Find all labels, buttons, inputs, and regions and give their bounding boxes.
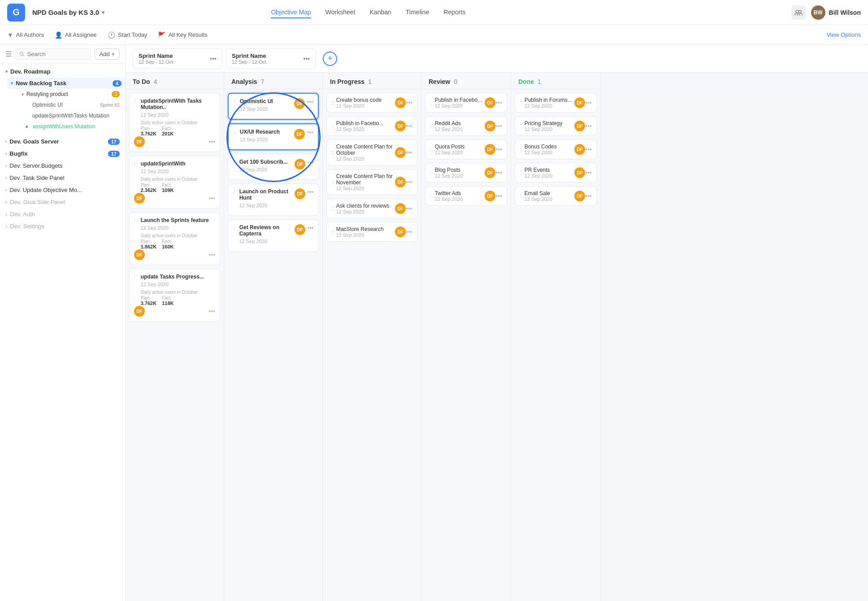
app-logo: G <box>7 4 25 22</box>
task-card-get-subscribers[interactable]: :: Get 100 Subscrib... 12 Sep 2020 DF ••… <box>228 154 319 180</box>
sidebar-item-optimistic-ui[interactable]: Optimistic UI Sprint #2 <box>20 100 125 110</box>
project-name[interactable]: NPD Goals by KS 3.0 ▾ <box>32 9 104 16</box>
drag-handle-icon: :: <box>430 146 433 152</box>
task-card-publish-fb[interactable]: :: Publish in Facebo... 12 Sep 2020 DF •… <box>326 116 417 136</box>
task-card-bonus-codes[interactable]: :: Bonus Codes 12 Sep 2020 DF ••• <box>515 139 597 159</box>
drag-handle-icon: :: <box>331 100 334 106</box>
filter-authors[interactable]: ▼ All Authors <box>7 31 44 39</box>
task-menu-icon[interactable]: ••• <box>307 98 313 105</box>
sidebar-group-bugfix[interactable]: › Bugfix 17 <box>0 148 125 160</box>
task-card-pricing[interactable]: :: Pricing Strategy 12 Sep 2020 DF ••• <box>515 116 597 136</box>
sprint-header-2[interactable]: Sprint Name 12 Sep - 12 Oct ••• <box>226 48 316 69</box>
task-card-macstore[interactable]: :: MacStore Research 12 Sep 2020 DF ••• <box>326 222 417 242</box>
task-card-ask-clients[interactable]: :: Ask clients for reviews 12 Sep 2020 D… <box>326 199 417 218</box>
task-menu-icon[interactable]: ••• <box>208 138 215 145</box>
filter-assignee[interactable]: 👤 All Assignee <box>55 31 97 39</box>
task-card-pr-events[interactable]: :: PR Events 12 Sep 2020 DF ••• <box>515 163 597 183</box>
task-card-content-oct[interactable]: :: Create Content Plan for October 12 Se… <box>326 139 417 165</box>
drag-handle-icon: :: <box>134 274 137 280</box>
task-menu-icon[interactable]: ••• <box>585 146 592 153</box>
task-menu-icon[interactable]: ••• <box>585 169 592 176</box>
sidebar-item-assign-users[interactable]: ● assignWithUsers Mutation <box>13 121 125 132</box>
task-menu-icon[interactable]: ••• <box>585 122 592 130</box>
sprint1-dots-icon[interactable]: ••• <box>210 55 217 62</box>
sidebar-group-task-side[interactable]: › Dev. Task Side Panel <box>0 172 125 184</box>
task-card-launch-sprints[interactable]: :: Launch the Sprints feature 12 Sep 202… <box>129 212 220 265</box>
task-card-update-tasks[interactable]: :: update Tasks Progress... 12 Sep 2020 … <box>129 269 220 322</box>
flag-icon: 🚩 <box>158 31 165 39</box>
task-avatar-df13: DF <box>395 177 406 187</box>
task-card-twitter-ads[interactable]: :: Twitter Ads 12 Sep 2020 DF ••• <box>425 186 507 206</box>
task-menu-icon[interactable]: ••• <box>406 149 412 156</box>
sidebar-item-new-backlog-task[interactable]: ▾ New Backlog Task 4 <box>7 78 125 89</box>
task-card-reddit-ads[interactable]: :: Reddit Ads 12 Sep 2020 DF ••• <box>425 116 507 136</box>
task-avatar-df18: DF <box>485 144 495 155</box>
user-badge[interactable]: BW Bill Wilson <box>811 5 861 20</box>
bugfix-arrow-icon: › <box>5 151 7 156</box>
nav-timeline[interactable]: Timeline <box>406 7 429 18</box>
nav-reports[interactable]: Reports <box>443 7 465 18</box>
sprint-header-1[interactable]: Sprint Name 12 Sep - 12 Oct ••• <box>133 48 222 69</box>
view-options-btn[interactable]: View Options <box>827 31 861 38</box>
task-card-product-hunt[interactable]: :: Launch on Product Hunt 12 Sep 2020 DF… <box>228 183 319 216</box>
sidebar-item-restyling[interactable]: ▾ Restyling product 3 <box>13 89 125 100</box>
nav-kanban[interactable]: Kanban <box>370 7 391 18</box>
task-menu-icon[interactable]: ••• <box>406 228 412 235</box>
sidebar-item-update-sprint[interactable]: updateSprintWithTasks Mutation <box>20 110 125 121</box>
kanban-board: Sprint Name 12 Sep - 12 Oct ••• Sprint N… <box>126 45 868 601</box>
sidebar-group-settings[interactable]: › Dev. Settings <box>0 220 125 232</box>
task-menu-icon[interactable]: ••• <box>208 195 215 202</box>
add-sprint-button[interactable]: + <box>323 52 337 66</box>
task-menu-icon[interactable]: ••• <box>495 146 502 153</box>
sidebar-group-auth[interactable]: › Dev. Auth <box>0 208 125 220</box>
task-menu-icon[interactable]: ••• <box>406 205 412 212</box>
search-icon <box>19 51 24 57</box>
task-card-optimistic-ui[interactable]: :: Optimistic UI 12 Sep 2020 DF ••• <box>228 93 319 120</box>
team-icon[interactable] <box>791 5 806 20</box>
task-card-update-sprint[interactable]: :: updateSprintWith 12 Sep 2020 Daily ac… <box>129 156 220 209</box>
search-input[interactable] <box>27 51 87 57</box>
task-menu-icon[interactable]: ••• <box>406 122 412 130</box>
sprint2-dots-icon[interactable]: ••• <box>303 55 310 62</box>
sidebar-group-goal-side[interactable]: › Dev. Goal Side Panel <box>0 196 125 208</box>
drag-handle-icon: :: <box>520 170 523 176</box>
task-menu-icon[interactable]: ••• <box>585 99 592 106</box>
task-menu-icon[interactable]: ••• <box>495 192 502 200</box>
task-menu-icon[interactable]: ••• <box>307 224 314 231</box>
task-menu-icon[interactable]: ••• <box>307 129 313 136</box>
task-menu-icon[interactable]: ••• <box>406 179 412 186</box>
filter-start[interactable]: 🕐 Start Today <box>108 31 148 39</box>
task-card-capterra[interactable]: :: Get Reviews on Capterra 12 Sep 2020 D… <box>228 219 319 252</box>
drag-handle-icon: :: <box>430 193 433 199</box>
sidebar-group-goals-server[interactable]: › Dev. Goals Server 17 <box>0 135 125 148</box>
task-menu-icon[interactable]: ••• <box>406 99 412 106</box>
nav-objective-map[interactable]: Objective Map <box>271 7 311 18</box>
task-card-email-sale[interactable]: :: Email Sale 12 Sep 2020 DF ••• <box>515 186 597 206</box>
sidebar-group-budgets[interactable]: › Dev. Server.Budgets <box>0 160 125 172</box>
task-card-update-sprint-mutation[interactable]: :: updateSprintWith Tasks Mutation.. 12 … <box>129 93 220 152</box>
task-card-ux-ui[interactable]: :: UX/UI Research 12 Sep 2020 DF ••• <box>228 123 319 150</box>
hamburger-icon[interactable]: ☰ <box>5 50 12 58</box>
sidebar: ☰ Add + ▾ Dev. Roadmap ▾ New Backlog Tas… <box>0 45 126 601</box>
sidebar-group-update-obj[interactable]: › Dev. Update Objective Mo... <box>0 184 125 196</box>
task-menu-icon[interactable]: ••• <box>495 99 502 106</box>
task-menu-icon[interactable]: ••• <box>208 251 215 258</box>
task-menu-icon[interactable]: ••• <box>307 159 314 166</box>
task-menu-icon[interactable]: ••• <box>585 192 592 200</box>
task-card-publish-forums[interactable]: :: Publish in Forums... 12 Sep 2020 DF •… <box>515 93 597 113</box>
task-card-quora[interactable]: :: Quora Posts 12 Sep 2020 DF ••• <box>425 139 507 159</box>
search-box[interactable] <box>15 48 91 60</box>
add-button[interactable]: Add + <box>95 48 120 60</box>
task-menu-icon[interactable]: ••• <box>307 188 314 196</box>
task-card-bonus-code[interactable]: :: Create bonus code 12 Sep 2020 DF ••• <box>326 93 417 113</box>
nav-worksheet[interactable]: Worksheet <box>326 7 356 18</box>
task-menu-icon[interactable]: ••• <box>208 308 215 315</box>
task-menu-icon[interactable]: ••• <box>495 122 502 130</box>
task-card-blog-posts[interactable]: :: Blog Posts 12 Sep 2020 DF ••• <box>425 163 507 183</box>
column-todo-body: :: updateSprintWith Tasks Mutation.. 12 … <box>126 89 224 601</box>
sidebar-group-roadmap[interactable]: ▾ Dev. Roadmap <box>0 65 125 78</box>
task-card-content-nov[interactable]: :: Create Content Plan for November 12 S… <box>326 169 417 195</box>
task-menu-icon[interactable]: ••• <box>495 169 502 176</box>
task-card-publish-fb-review[interactable]: :: Publish in Facebo... 12 Sep 2020 DF •… <box>425 93 507 113</box>
filter-key-results[interactable]: 🚩 All Key Results <box>158 31 207 39</box>
